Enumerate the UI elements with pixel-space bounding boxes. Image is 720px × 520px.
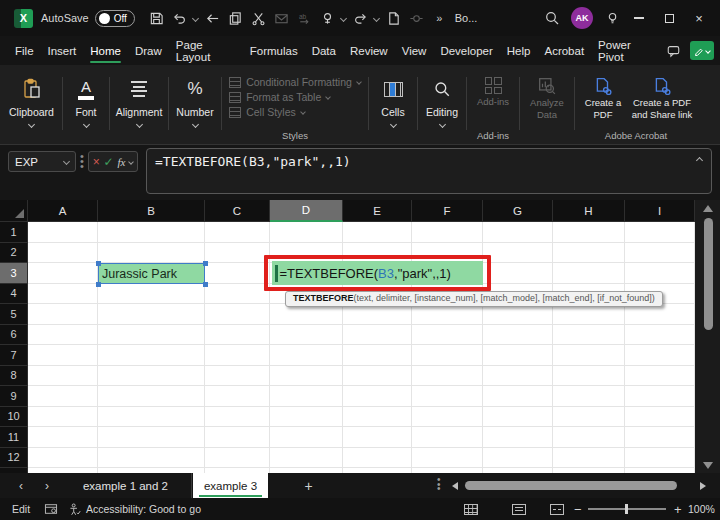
tab-insert[interactable]: Insert — [41, 36, 84, 65]
share-button[interactable] — [690, 41, 714, 60]
autosave-toggle[interactable]: Off — [95, 10, 135, 27]
undo-icon[interactable] — [168, 3, 191, 33]
cell-H6[interactable] — [553, 325, 625, 346]
column-header-F[interactable]: F — [412, 200, 483, 222]
column-header-B[interactable]: B — [98, 200, 205, 222]
sheet-tab-example-3[interactable]: example 3 — [193, 473, 268, 498]
cell-G12[interactable] — [483, 448, 553, 469]
lightbulb-icon[interactable] — [601, 3, 624, 33]
row-header-9[interactable]: 9 — [0, 386, 28, 407]
zoom-slider[interactable] — [588, 498, 666, 520]
cell-A12[interactable] — [28, 448, 98, 469]
cell-D11[interactable] — [270, 427, 343, 448]
row-header-8[interactable]: 8 — [0, 366, 28, 387]
cell-E10[interactable] — [343, 407, 412, 428]
draw-touch-icon[interactable] — [316, 3, 339, 33]
save-icon[interactable] — [145, 3, 168, 33]
close-button[interactable]: × — [684, 3, 714, 33]
cell-B12[interactable] — [98, 448, 205, 469]
redo-chevron-icon[interactable] — [372, 3, 382, 33]
cell-H12[interactable] — [553, 448, 625, 469]
tab-draw[interactable]: Draw — [128, 36, 169, 65]
cell-F6[interactable] — [412, 325, 483, 346]
formula-input[interactable]: =TEXTBEFORE(B3,"park",,1) — [146, 148, 712, 194]
cell-A1[interactable] — [28, 222, 98, 243]
expand-formula-bar-icon[interactable] — [696, 157, 703, 164]
tab-review[interactable]: Review — [343, 36, 395, 65]
cell-E1[interactable] — [343, 222, 412, 243]
cut-icon[interactable] — [247, 3, 270, 33]
row-header-2[interactable]: 2 — [0, 243, 28, 264]
cell-E5[interactable] — [343, 304, 412, 325]
zoom-level[interactable]: 100% — [688, 498, 715, 520]
cell-B5[interactable] — [98, 304, 205, 325]
ribbon-group-clipboard[interactable]: Clipboard — [4, 69, 59, 144]
sheet-nav-left-icon[interactable]: ‹ — [10, 473, 32, 498]
draw-touch-chevron-icon[interactable] — [339, 3, 349, 33]
tab-help[interactable]: Help — [500, 36, 538, 65]
maximize-button[interactable] — [654, 3, 684, 33]
undo-chevron-icon[interactable] — [191, 3, 201, 33]
cell-I2[interactable] — [625, 243, 695, 264]
sheet-tab-example-1-and-2[interactable]: example 1 and 2 — [60, 473, 192, 498]
selection-handle[interactable] — [203, 261, 208, 266]
cell-I3[interactable] — [625, 263, 695, 284]
cell-E9[interactable] — [343, 386, 412, 407]
cell-F12[interactable] — [412, 448, 483, 469]
row-header-7[interactable]: 7 — [0, 345, 28, 366]
accessibility-icon[interactable] — [68, 498, 81, 520]
cell-G3[interactable] — [483, 263, 553, 284]
search-icon[interactable] — [540, 3, 563, 33]
enter-icon[interactable]: ✓ — [104, 155, 114, 169]
cell-styles-button[interactable]: Cell Styles — [229, 106, 361, 118]
minimize-button[interactable] — [624, 3, 654, 33]
create-pdf-button[interactable]: Create a PDF — [579, 77, 627, 121]
cell-D12[interactable] — [270, 448, 343, 469]
cell-I7[interactable] — [625, 345, 695, 366]
cell-H3[interactable] — [553, 263, 625, 284]
cell-B11[interactable] — [98, 427, 205, 448]
column-header-C[interactable]: C — [205, 200, 270, 222]
cell-C5[interactable] — [205, 304, 270, 325]
zoom-in-button[interactable]: + — [674, 498, 682, 520]
cell-I9[interactable] — [625, 386, 695, 407]
tab-power-pivot[interactable]: Power Pivot — [591, 36, 662, 65]
page-layout-view-icon[interactable] — [512, 498, 526, 520]
cell-I5[interactable] — [625, 304, 695, 325]
cell-H8[interactable] — [553, 366, 625, 387]
row-header-11[interactable]: 11 — [0, 427, 28, 448]
cell-A4[interactable] — [28, 284, 98, 305]
back-arrow-icon[interactable] — [201, 3, 224, 33]
cell-B8[interactable] — [98, 366, 205, 387]
cell-B9[interactable] — [98, 386, 205, 407]
cell-H10[interactable] — [553, 407, 625, 428]
ribbon-group-editing[interactable]: Editing — [421, 69, 463, 144]
cell-B2[interactable] — [98, 243, 205, 264]
ribbon-group-alignment[interactable]: Alignment — [113, 69, 165, 144]
cell-D6[interactable] — [270, 325, 343, 346]
row-header-10[interactable]: 10 — [0, 407, 28, 428]
tab-developer[interactable]: Developer — [433, 36, 499, 65]
conditional-formatting-button[interactable]: Conditional Formatting — [229, 76, 361, 88]
cell-A10[interactable] — [28, 407, 98, 428]
create-pdf-share-button[interactable]: Create a PDF and Share link — [631, 77, 693, 121]
insert-function-icon[interactable]: fx — [117, 156, 125, 168]
scroll-down-icon[interactable] — [703, 462, 713, 469]
name-box[interactable]: EXP — [8, 151, 76, 172]
row-header-1[interactable]: 1 — [0, 222, 28, 243]
cell-F5[interactable] — [412, 304, 483, 325]
cell-I10[interactable] — [625, 407, 695, 428]
ribbon-group-cells[interactable]: Cells — [372, 69, 414, 144]
scrollbar-splitter[interactable]: ••• — [437, 478, 441, 492]
accessibility-status[interactable]: Accessibility: Good to go — [86, 498, 201, 520]
cell-I12[interactable] — [625, 448, 695, 469]
cell-C11[interactable] — [205, 427, 270, 448]
cell-H7[interactable] — [553, 345, 625, 366]
vertical-scrollbar[interactable] — [697, 200, 720, 473]
cell-A2[interactable] — [28, 243, 98, 264]
cell-G8[interactable] — [483, 366, 553, 387]
cell-B4[interactable] — [98, 284, 205, 305]
cell-C3[interactable] — [205, 263, 270, 284]
select-all-corner[interactable] — [0, 200, 28, 222]
cell-C4[interactable] — [205, 284, 270, 305]
